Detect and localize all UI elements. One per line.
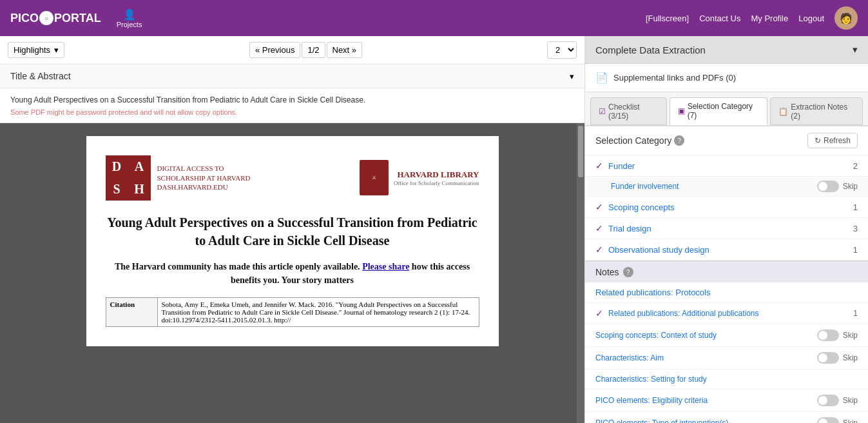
aim-toggle-skip: Skip <box>817 352 858 364</box>
intervention-name[interactable]: PICO elements: Type of intervention(s) <box>595 418 812 423</box>
notes-icon: 📋 <box>778 107 788 116</box>
contact-us-link[interactable]: Contact Us <box>699 14 740 23</box>
selection-help-icon[interactable]: ? <box>674 135 684 146</box>
trial-check-icon: ✓ <box>595 223 603 233</box>
supplemental-label: Supplemental links and PDFs (0) <box>613 73 736 83</box>
dash-logo: D A S H DIGITAL ACCESS TO SCHOLARSHIP AT… <box>106 155 251 201</box>
category-item-funder: ✓ Funder 2 <box>585 155 868 177</box>
category-item-observational: ✓ Observational study design 1 <box>585 239 868 261</box>
dash-box-icon: D A S H <box>106 155 151 201</box>
avatar[interactable]: 🧑 <box>834 6 858 30</box>
scoping-count: 1 <box>845 202 858 212</box>
protocols-name[interactable]: Related publications: Protocols <box>595 288 858 297</box>
observational-count: 1 <box>845 245 858 255</box>
abstract-warning: Some PDF might be password protected and… <box>10 108 574 116</box>
projects-nav[interactable]: 👤 Projects <box>117 8 142 28</box>
citation-text: Sobota, Amy E., Emeka Umeh, and Jennifer… <box>157 297 479 326</box>
tab-checklist[interactable]: ☑ Checklist (3/15) <box>590 97 667 125</box>
funder-involvement-name[interactable]: Funder involvement <box>611 182 679 191</box>
notes-help-icon[interactable]: ? <box>623 267 633 277</box>
fullscreen-link[interactable]: [Fullscreen] <box>646 14 689 23</box>
logout-link[interactable]: Logout <box>798 14 824 23</box>
tab-checklist-label: Checklist (3/15) <box>608 103 659 121</box>
note-item-aim: Characteristics: Aim Skip <box>585 347 868 369</box>
additional-name[interactable]: Related publications: Additional publica… <box>608 309 840 318</box>
setting-name[interactable]: Characteristics: Setting for study <box>595 375 858 384</box>
selection-icon: ▣ <box>678 106 685 115</box>
projects-icon: 👤 <box>123 8 136 21</box>
top-nav: PICO ○ PORTAL 👤 Projects [Fullscreen] Co… <box>0 0 868 36</box>
scoping-name[interactable]: Scoping concepts <box>608 202 840 212</box>
harvard-logo: ⚔ HARVARD LIBRARY Office for Scholarly C… <box>360 160 479 195</box>
tab-selection-category[interactable]: ▣ Selection Category (7) <box>670 97 768 125</box>
tabs-row: ☑ Checklist (3/15) ▣ Selection Category … <box>585 92 868 126</box>
my-profile-link[interactable]: My Profile <box>751 14 788 23</box>
funder-check-icon: ✓ <box>595 161 603 171</box>
dash-letter-d: D <box>106 155 128 178</box>
abstract-text: Young Adult Perspectives on a Successful… <box>10 95 574 106</box>
additional-count: 1 <box>845 309 858 318</box>
left-panel: Highlights ▾ « Previous 1/2 Next » 2 1 T… <box>0 36 584 423</box>
logo-portal: PORTAL <box>54 12 101 25</box>
pdf-citation-table: Citation Sobota, Amy E., Emeka Umeh, and… <box>106 297 479 327</box>
pdf-scrollbar[interactable] <box>577 123 584 423</box>
eligibility-knob <box>818 396 827 405</box>
note-item-protocols: Related publications: Protocols <box>585 282 868 303</box>
refresh-button[interactable]: ↻ Refresh <box>807 133 858 148</box>
funder-toggle[interactable] <box>817 181 839 192</box>
eligibility-toggle-skip: Skip <box>817 395 858 406</box>
previous-button[interactable]: « Previous <box>249 42 300 58</box>
observational-name[interactable]: Observational study design <box>608 245 840 255</box>
aim-name[interactable]: Characteristics: Aim <box>595 353 812 362</box>
nav-right: [Fullscreen] Contact Us My Profile Logou… <box>646 6 858 30</box>
abstract-content: Young Adult Perspectives on a Successful… <box>0 88 584 123</box>
category-item-trial: ✓ Trial design 3 <box>585 218 868 239</box>
funder-toggle-knob <box>818 182 827 191</box>
intervention-skip: Skip <box>843 418 858 423</box>
notes-section-header: Notes ? <box>585 261 868 282</box>
intervention-toggle[interactable] <box>817 417 839 423</box>
page-indicator: 1/2 <box>302 42 325 58</box>
tab-extraction-notes[interactable]: 📋 Extraction Notes (2) <box>770 97 863 125</box>
pdf-header: D A S H DIGITAL ACCESS TO SCHOLARSHIP AT… <box>106 155 479 201</box>
supplemental-links[interactable]: 📄 Supplemental links and PDFs (0) <box>585 64 868 92</box>
dash-text: DIGITAL ACCESS TO SCHOLARSHIP AT HARVARD… <box>157 164 251 192</box>
logo-circle-icon: ○ <box>39 11 53 25</box>
trial-name[interactable]: Trial design <box>608 224 840 233</box>
category-list: ✓ Funder 2 Funder involvement Skip ✓ Sco… <box>585 155 868 261</box>
dash-letter-s: S <box>106 178 128 201</box>
funder-name[interactable]: Funder <box>608 161 840 171</box>
harvard-sub: Office for Scholarly Communication <box>394 180 479 186</box>
aim-knob <box>818 353 827 362</box>
scoping-context-toggle[interactable] <box>817 330 839 341</box>
highlights-dropdown[interactable]: Highlights ▾ <box>8 42 64 58</box>
title-abstract-chevron-icon: ▾ <box>570 72 574 81</box>
scrollbar-thumb[interactable] <box>578 126 583 177</box>
aim-toggle[interactable] <box>817 352 839 364</box>
note-item-setting: Characteristics: Setting for study <box>585 369 868 389</box>
scoping-context-knob <box>818 331 827 340</box>
aim-skip: Skip <box>843 353 858 362</box>
harvard-title: HARVARD LIBRARY <box>394 170 479 180</box>
next-button[interactable]: Next » <box>327 42 363 58</box>
dash-title: DIGITAL ACCESS TO <box>157 164 251 173</box>
please-share-link[interactable]: Please share <box>362 262 409 271</box>
dash-letter-a: A <box>128 155 151 178</box>
eligibility-toggle[interactable] <box>817 395 839 406</box>
funder-count: 2 <box>845 161 858 171</box>
cde-chevron-icon[interactable]: ▾ <box>853 44 858 55</box>
scoping-context-name[interactable]: Scoping concepts: Context of study <box>595 331 812 340</box>
title-abstract-bar[interactable]: Title & Abstract ▾ <box>0 64 584 88</box>
notes-list: Related publications: Protocols ✓ Relate… <box>585 282 868 423</box>
pdf-content: D A S H DIGITAL ACCESS TO SCHOLARSHIP AT… <box>86 136 499 346</box>
eligibility-name[interactable]: PICO elements: Eligibility criteria <box>595 396 812 405</box>
intervention-knob <box>818 418 827 423</box>
notes-title: Notes <box>595 267 619 277</box>
harvard-shield-icon: ⚔ <box>360 160 389 195</box>
right-panel: Complete Data Extraction ▾ 📄 Supplementa… <box>584 36 868 423</box>
logo[interactable]: PICO ○ PORTAL <box>10 11 101 25</box>
page-select[interactable]: 2 1 <box>547 41 577 59</box>
highlights-label: Highlights <box>14 45 50 55</box>
dash-letter-h: H <box>128 178 151 201</box>
intervention-toggle-skip: Skip <box>817 417 858 423</box>
